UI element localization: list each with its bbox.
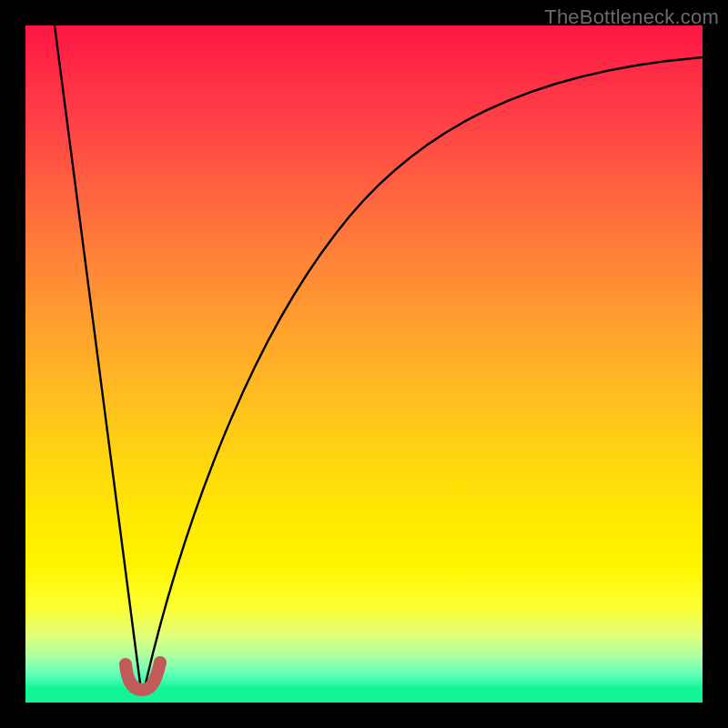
bottleneck-curve bbox=[25, 25, 703, 703]
plot-area bbox=[25, 25, 703, 703]
watermark-text: TheBottleneck.com bbox=[544, 5, 719, 29]
curve-bottom-marker bbox=[126, 662, 160, 690]
curve-right bbox=[146, 57, 703, 683]
curve-left bbox=[55, 25, 140, 683]
chart-frame bbox=[25, 25, 703, 703]
